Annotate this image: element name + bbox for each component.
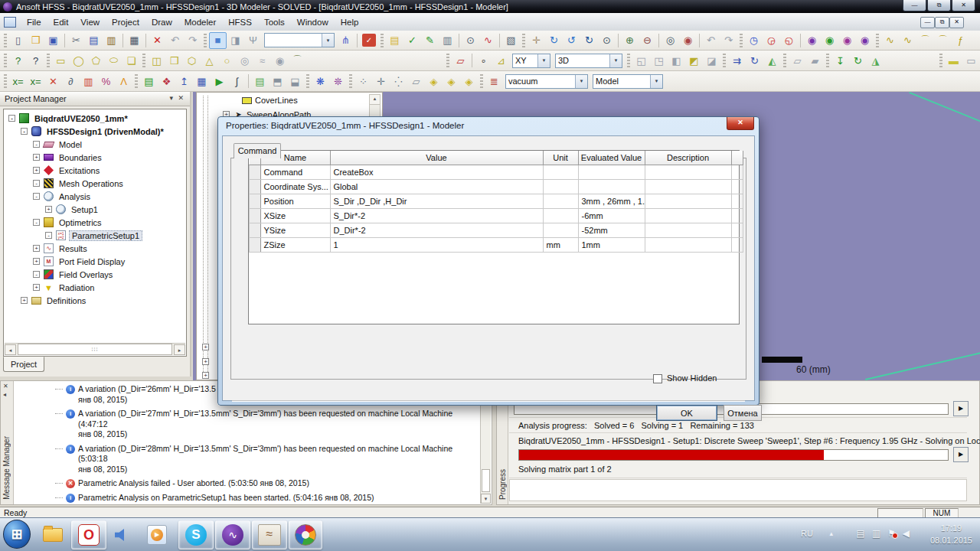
select-object-icon[interactable]: ■ [209,32,227,49]
scroll-left-icon[interactable]: ◂ [5,344,16,355]
network-icon[interactable]: ▥ [872,528,880,539]
move-up-axis-icon[interactable]: ↥ [175,73,193,90]
taskbar-volume-mixer-button[interactable] [110,520,135,549]
tree-item-label[interactable]: Boundaries [57,153,104,162]
copy-icon[interactable]: ▤ [85,32,103,49]
language-indicator[interactable]: RU [801,529,813,538]
redo-icon[interactable]: ↷ [184,32,201,49]
tree-item-label[interactable]: Port Field Display [57,257,127,266]
cancel-button[interactable]: Отмена [724,405,762,421]
tree-expander[interactable]: + [33,258,40,265]
tree-expander[interactable]: - [33,219,40,226]
gem-grid-icon[interactable]: ◈ [460,73,478,90]
cell-unit[interactable] [543,194,578,209]
drawing-plane-combobox[interactable]: XY▼ [512,54,550,68]
ok-button[interactable]: OK [656,405,717,421]
tree-item-model[interactable]: -Model [4,138,186,151]
menu-view[interactable]: View [74,15,106,29]
maintenance-icon[interactable]: ▤ [856,528,864,539]
action-center-flag-icon[interactable]: ⚑ [887,528,896,539]
zoom-window-icon[interactable]: ◎ [662,32,679,49]
dropdown-arrow-icon[interactable]: ▼ [322,34,334,47]
solution-data-icon[interactable]: ⊙ [462,32,479,49]
thicken-sheet-icon[interactable]: ▬ [945,52,962,69]
tree-item-analysis[interactable]: -Analysis [4,190,186,203]
row-handle[interactable] [250,180,261,194]
cover-lines-icon[interactable]: ▱ [789,52,806,69]
scroll-up-icon[interactable]: ▲ [370,95,380,105]
solve-mesh-icon[interactable]: ◉ [856,32,874,49]
component-balls-icon[interactable]: ❖ [158,73,175,90]
tree-item-biqdratuve2050-1mm-[interactable]: -BiqdratUVE2050_1mm* [4,112,186,125]
cell-value[interactable]: S_Dir*-2 [330,209,543,223]
view-redo-icon[interactable]: ↷ [720,32,737,49]
history-item-label[interactable]: CoverLines [255,96,298,105]
boolean-tree-icon[interactable]: ⋔ [337,32,354,49]
object-from-face-icon[interactable]: ▭ [962,52,980,69]
panel-grip[interactable] [203,96,208,377]
draw-cylinder-icon[interactable]: ◫ [148,52,165,69]
tree-item-parametricsetup1[interactable]: -x=1 y=2ParametricSetup1 [4,229,186,242]
stackup-icon[interactable]: ▤ [251,73,269,90]
draw-circle-icon[interactable]: ◯ [70,52,87,69]
dialog-close-button[interactable]: ✕ [727,117,754,130]
draw-region-icon[interactable]: ❏ [122,52,140,69]
import-box-icon[interactable]: ⬓ [286,73,304,90]
mdi-restore-button[interactable]: ⧉ [935,17,949,28]
column-header-unit[interactable]: Unit [543,151,578,165]
draw-equation-curve-icon[interactable]: ƒ [952,32,969,49]
cell-unit[interactable] [543,209,578,223]
horizontal-scrollbar[interactable]: ◂ ⁞⁞⁞ ▸ [5,343,185,355]
select-face-icon[interactable]: ◨ [227,32,244,49]
column-header-evaluated-value[interactable]: Evaluated Value [578,151,645,165]
local-variables-icon[interactable]: x= [9,73,27,90]
mirror-icon[interactable]: ◭ [763,52,781,69]
message-item[interactable]: iParametric Analysis on ParametricSetup1… [55,493,480,504]
duplicate-around-axis-icon[interactable]: ↻ [849,52,867,69]
tree-expander[interactable]: + [33,154,40,161]
histogram-icon[interactable]: ▥ [80,73,97,90]
panel-close-icon[interactable]: ✕ [178,94,184,102]
row-handle[interactable] [250,238,261,253]
layers-icon[interactable]: ▤ [140,73,158,90]
menu-help[interactable]: Help [335,15,365,29]
cell-unit[interactable] [543,180,578,194]
duplicate-mirror-icon[interactable]: ◮ [867,52,884,69]
taskbar-opera-button[interactable]: O [71,520,106,549]
gem-axis-icon[interactable]: ◈ [443,73,460,90]
draw-spline-icon[interactable]: ∿ [899,32,916,49]
message-item[interactable]: iA variation (D_Dir='27mm' H_Dir='13.5mm… [55,409,480,440]
draw-ellipse-icon[interactable]: ⬭ [105,52,122,69]
material-stack-icon[interactable]: ≣ [485,73,503,90]
pan-icon[interactable]: ✛ [528,32,545,49]
show-hidden-icons-button[interactable]: ▴ [829,530,833,537]
validate-check-icon[interactable]: ✓ [403,32,421,49]
subtract-icon[interactable]: ◳ [650,52,668,69]
expand-icon[interactable]: + [202,372,209,379]
draw-torus-icon[interactable]: ◎ [236,52,253,69]
menu-file[interactable]: File [21,15,47,29]
cell-value[interactable]: D_Dir*-2 [330,223,543,238]
draw-arc-center-icon[interactable]: ⌒ [916,32,934,49]
validate-icon[interactable]: ✓ [362,34,376,47]
mesh-display-icon[interactable]: ❊ [329,73,347,90]
row-handle[interactable] [250,223,261,238]
play-macro-icon[interactable]: ▶ [211,73,228,90]
message-item[interactable]: ✕Parametric Analysis failed - User abort… [55,478,480,489]
cell-description[interactable] [645,223,731,238]
dropdown-arrow-icon[interactable]: ▼ [575,75,587,88]
row-handle[interactable] [250,209,261,223]
tree-item-label[interactable]: Setup1 [69,205,100,214]
rotate-axis-icon[interactable]: ↺ [563,32,580,49]
minimize-button[interactable]: — [903,0,926,11]
cell-description[interactable] [645,165,731,180]
tree-item-label[interactable]: Optimetrics [57,218,104,227]
scroll-right-icon[interactable]: ▸ [174,344,185,355]
derivatives-icon[interactable]: ∂ [62,73,80,90]
tree-item-port-field-display[interactable]: +MPort Field Display [4,255,186,268]
tree-item-label[interactable]: Analysis [57,192,93,201]
zoom-fit-icon[interactable]: ◉ [679,32,697,49]
history-item-coverlines[interactable]: CoverLines [241,96,298,105]
tree-item-definitions[interactable]: +Definitions [4,294,186,307]
new-file-icon[interactable]: ▯ [9,32,27,49]
